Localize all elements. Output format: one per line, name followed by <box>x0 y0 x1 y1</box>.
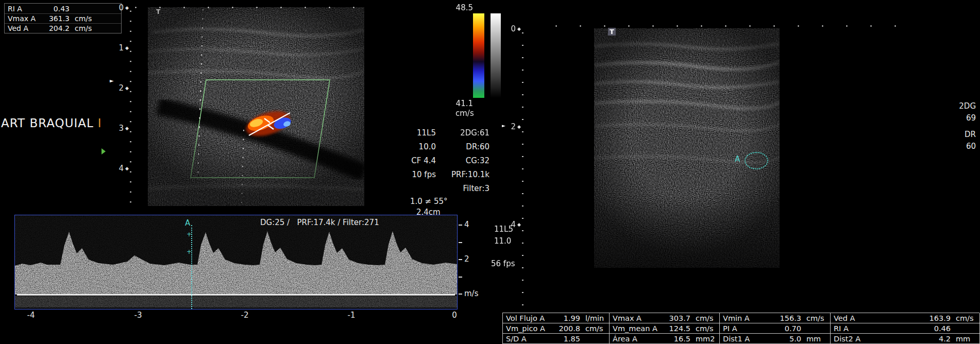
meas-unit: cm/s <box>690 324 717 333</box>
param-probe: 11L5 <box>407 129 436 137</box>
right-top-scale <box>544 25 911 27</box>
param-cf: CF 4.4 <box>403 157 436 165</box>
meas-value: 5.0 <box>771 335 801 343</box>
text-cursor: I <box>98 116 102 130</box>
table-cell: Vmax A 303.7 cm/s <box>610 313 720 323</box>
meas-label: Vm_mean A <box>613 324 661 333</box>
depth-marker-icon: ◆ <box>125 126 129 131</box>
depth-mark-label: 0 <box>116 3 124 12</box>
depth-mark-label: 3 <box>116 124 124 133</box>
exam-label-text: ART BRAQUIAL <box>1 116 94 130</box>
meas-unit: l/min <box>580 314 607 322</box>
meas-unit: mm <box>801 335 828 343</box>
meas-value: 156.3 <box>771 314 801 322</box>
depth-mark-label: 2 <box>116 83 124 93</box>
colorbar-min-label: 41.1 <box>455 99 473 108</box>
x-axis-label: -3 <box>134 311 142 320</box>
caliper-plus-icon[interactable]: + <box>187 231 192 238</box>
roi-ellipse[interactable] <box>745 152 768 169</box>
table-cell: Vmin A 156.3 cm/s <box>720 313 831 323</box>
y-axis-unit: m/s <box>464 289 478 298</box>
color-doppler-image <box>148 7 364 206</box>
meas-value: 0.46 <box>921 324 951 333</box>
grayscale-bar <box>491 13 501 98</box>
meas-label: Vmin A <box>723 314 771 322</box>
depth-mark-label: 0 <box>509 24 516 33</box>
depth-mark-0: 0 ◆ <box>509 24 521 33</box>
green-caret-icon <box>102 148 106 154</box>
meas-value: 303.7 <box>661 314 690 322</box>
spectral-waveform <box>15 215 457 309</box>
table-cell: Ved A 163.9 cm/s <box>831 313 980 323</box>
result-value: 204.2 <box>41 24 70 32</box>
result-row: Vmax A 361.3 cm/s <box>5 13 121 23</box>
meas-label: Vm_pico A <box>506 324 550 333</box>
param-cg: CG:32 <box>444 157 489 165</box>
result-unit: cm/s <box>70 24 118 32</box>
result-row: RI A 0.43 <box>5 4 121 13</box>
meas-unit: cm/s <box>690 314 717 322</box>
meas-value: 1.85 <box>550 335 580 343</box>
bmode-image <box>594 28 780 268</box>
y-axis-tick <box>459 242 462 243</box>
caliper-plus-icon[interactable]: + <box>187 249 192 256</box>
meas-label: RI A <box>834 324 921 333</box>
y-axis-tick <box>459 294 462 295</box>
result-unit: cm/s <box>70 14 118 23</box>
colorbar-unit-label: cm/s <box>455 109 473 118</box>
meas-value: 200.8 <box>550 324 580 333</box>
meas-label: Vol Flujo A <box>506 314 550 322</box>
depth-mark-2: 2 ◆ <box>509 122 521 131</box>
left-depth-ruler <box>130 6 131 210</box>
meas-value: 124.5 <box>661 324 690 333</box>
meas-unit: cm/s <box>580 324 607 333</box>
meas-label: Vmax A <box>613 314 661 322</box>
x-axis-label: -4 <box>27 311 35 320</box>
focus-marker-icon: ► <box>110 78 114 83</box>
depth-marker-icon: ◆ <box>517 124 521 129</box>
meas-value: 4.2 <box>921 335 951 343</box>
depth-marker-icon: ◆ <box>125 45 129 50</box>
exam-label: ART BRAQUIALI <box>1 116 102 130</box>
param-frequency: 11.0 <box>494 237 511 246</box>
spectral-cursor-label: A <box>185 219 190 228</box>
x-axis-label: -1 <box>348 311 356 320</box>
measurements-table: Vol Flujo A 1.99 l/min Vmax A 303.7 cm/s… <box>502 313 979 344</box>
y-axis-tick <box>459 277 462 278</box>
spectral-header: DG:25 / PRF:17.4k / Filter:271 <box>260 218 379 227</box>
depth-mark-4: 4 ◆ <box>116 164 129 173</box>
color-doppler-scale <box>473 13 484 98</box>
orientation-marker-t: T <box>156 8 160 15</box>
y-axis-label: 4 <box>464 220 469 229</box>
x-axis-label: 0 <box>452 311 457 320</box>
param-probe: 11L5 <box>494 225 513 234</box>
table-cell: RI A 0.46 <box>831 323 980 334</box>
depth-mark-label: 4 <box>116 164 124 173</box>
y-axis-label: 2 <box>464 255 469 264</box>
result-value: 0.43 <box>41 5 70 13</box>
param-dr: DR:60 <box>444 143 489 151</box>
meas-unit: mm <box>951 335 977 343</box>
param-dg-value: 69 <box>947 114 976 123</box>
right-depth-ruler <box>522 27 523 320</box>
meas-label: Área A <box>613 335 661 343</box>
param-filter: Filter:3 <box>444 184 489 193</box>
depth-marker-icon: ◆ <box>517 26 521 31</box>
y-axis-tick <box>459 225 462 226</box>
meas-unit: cm/s <box>951 314 977 322</box>
result-label: Ved A <box>8 24 41 32</box>
meas-value: 16.5 <box>661 335 690 343</box>
param-dr-label: DR <box>947 130 976 139</box>
param-dg-label: 2DG <box>947 102 976 111</box>
depth-marker-icon: ◆ <box>517 222 521 227</box>
meas-value: 0.70 <box>771 324 801 333</box>
focus-marker-icon: ► <box>502 123 505 128</box>
meas-value: 1.99 <box>550 314 580 322</box>
depth-mark-3: 3 ◆ <box>116 124 129 133</box>
result-value: 361.3 <box>41 14 70 23</box>
param-dr-value: 60 <box>947 142 976 151</box>
param-frame-rate: 56 fps <box>491 260 515 268</box>
depth-mark-2: 2 ◆ <box>116 83 129 93</box>
doppler-results-box: RI A 0.43 Vmax A 361.3 cm/s Ved A 204.2 … <box>4 3 122 33</box>
param-frame-rate: 10 fps <box>403 170 436 179</box>
